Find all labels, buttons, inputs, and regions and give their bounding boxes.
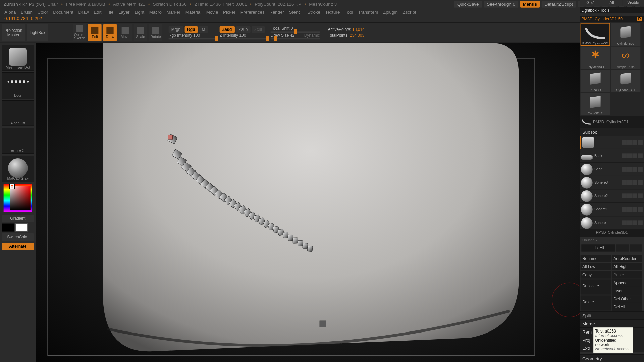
rename-button[interactable]: Rename <box>581 255 611 262</box>
quicksketch-button[interactable]: Quick Sketch <box>73 24 86 41</box>
subtool-row[interactable]: Sphere2 <box>580 189 644 203</box>
move-mode-button[interactable]: Move <box>118 24 132 41</box>
menu-color[interactable]: Color <box>38 10 48 15</box>
subtool-row[interactable]: Sphere <box>580 216 644 230</box>
rgb-intensity-label: Rgb Intensity 100 <box>169 33 200 37</box>
subtool-row[interactable]: Seat <box>580 163 644 176</box>
lightbox-breadcrumb[interactable]: Lightbox › Tools <box>580 7 644 13</box>
network-tooltip: Telstra0263 Internet access Unidentified… <box>593 327 633 353</box>
menu-render[interactable]: Render <box>269 10 284 15</box>
scale-mode-button[interactable]: Scale <box>134 24 147 41</box>
menu-file[interactable]: File <box>106 10 113 15</box>
material-slot[interactable]: MatCap Gray <box>2 156 34 181</box>
tool-item[interactable]: ✱PolyMesh3D <box>581 47 610 69</box>
tool-item[interactable]: Cylinder3D2 <box>611 23 640 46</box>
default-zscript[interactable]: DefaultZScript <box>541 1 576 7</box>
menu-picker[interactable]: Picker <box>223 10 235 15</box>
subtool-row[interactable]: Back <box>580 149 644 163</box>
tool-item[interactable]: PM3D_Cylinder3D <box>581 23 610 46</box>
lightbox-button[interactable]: LightBox <box>27 24 48 41</box>
menu-texture[interactable]: Texture <box>325 10 340 15</box>
menu-alpha[interactable]: Alpha <box>4 10 16 15</box>
menu-light[interactable]: Light <box>135 10 144 15</box>
focal-shift-slider[interactable] <box>271 31 320 33</box>
goz-button[interactable]: GoZ <box>580 0 601 6</box>
menu-document[interactable]: Document <box>53 10 73 15</box>
rotate-mode-button[interactable]: Rotate <box>149 24 162 41</box>
swatch-primary[interactable] <box>15 224 28 232</box>
gradient-button[interactable]: Gradient <box>2 215 34 222</box>
tool-item[interactable]: Cube3D_2 <box>581 93 610 115</box>
draw-mode-button[interactable]: Draw <box>103 24 117 41</box>
menu-stencil[interactable]: Stencil <box>289 10 303 15</box>
tool-name-header[interactable]: PM3D_Cylinder3D1.50R <box>580 16 644 22</box>
menu-preferences[interactable]: Preferences <box>240 10 265 15</box>
menu-layer[interactable]: Layer <box>118 10 129 15</box>
subtool-up-icon[interactable] <box>616 244 629 251</box>
alpha-slot[interactable]: Alpha Off <box>2 100 34 126</box>
menu-material[interactable]: Material <box>185 10 201 15</box>
tool-item[interactable]: Cube3D <box>581 70 610 92</box>
menu-movie[interactable]: Movie <box>206 10 218 15</box>
subtool-row[interactable] <box>580 136 644 149</box>
menus-toggle[interactable]: Menus <box>520 1 540 7</box>
projection-master-button[interactable]: Projection Master <box>2 24 25 41</box>
menu-brush[interactable]: Brush <box>21 10 33 15</box>
goz-all-button[interactable]: All <box>601 0 623 6</box>
viewport[interactable] <box>36 43 627 362</box>
subtool-row[interactable]: Sphere1 <box>580 203 644 216</box>
all-low-button[interactable]: All Low <box>581 263 611 270</box>
color-picker[interactable] <box>4 184 32 212</box>
del-all-button[interactable]: Del All <box>612 303 642 310</box>
delete-button[interactable]: Delete <box>581 295 611 310</box>
mrgb-toggle[interactable]: Mrgb <box>169 26 183 33</box>
rgb-toggle[interactable]: Rgb <box>184 26 198 33</box>
del-other-button[interactable]: Del Other <box>612 295 642 302</box>
tool-item[interactable]: ᔕSimpleBrush <box>611 47 640 69</box>
menu-zplugin[interactable]: Zplugin <box>383 10 398 15</box>
goz-visible-button[interactable]: Visible <box>623 0 644 6</box>
title-bar: ZBrush 4R7 P3 (x64) Chair •Free Mem 8.19… <box>0 0 644 8</box>
subtool-down-icon[interactable] <box>630 244 642 251</box>
swatch-secondary[interactable] <box>2 224 14 232</box>
insert-button[interactable]: Insert <box>612 287 642 294</box>
brush-slot[interactable]: MeshInsert Dot <box>2 45 34 70</box>
rgb-intensity-slider[interactable] <box>169 38 218 39</box>
draw-size-slider[interactable] <box>271 38 320 39</box>
quicksave-button[interactable]: QuickSave <box>454 1 482 7</box>
stroke-slot[interactable]: Dots <box>2 72 34 98</box>
tool-item[interactable]: Cylinder3D_1 <box>611 70 640 92</box>
merge-section[interactable]: Merge <box>580 319 644 327</box>
zcut-toggle[interactable]: Zcut <box>252 26 265 33</box>
paste-button[interactable]: Paste <box>612 271 642 278</box>
menu-stroke[interactable]: Stroke <box>307 10 320 15</box>
menu-edit[interactable]: Edit <box>94 10 101 15</box>
copy-button[interactable]: Copy <box>581 271 611 278</box>
texture-slot[interactable]: Texture Off <box>2 128 34 154</box>
seethrough[interactable]: See-through 0 <box>484 1 518 7</box>
subtool-row[interactable]: Sphere3 <box>580 176 644 189</box>
alternate-button[interactable]: Alternate <box>2 243 34 250</box>
list-all-button[interactable]: List All <box>581 244 615 251</box>
menu-zscript[interactable]: Zscript <box>403 10 416 15</box>
m-toggle[interactable]: M <box>199 26 208 33</box>
menu-transform[interactable]: Transform <box>358 10 378 15</box>
svg-rect-29 <box>307 246 313 251</box>
switchcolor-button[interactable]: SwitchColor <box>2 233 34 241</box>
zsub-toggle[interactable]: Zsub <box>236 26 250 33</box>
menu-macro[interactable]: Macro <box>149 10 162 15</box>
edit-mode-button[interactable]: Edit <box>88 24 102 41</box>
append-button[interactable]: Append <box>612 279 642 286</box>
duplicate-button[interactable]: Duplicate <box>581 279 611 294</box>
subtool-section-header[interactable]: SubTool <box>580 128 644 136</box>
geometry-section[interactable]: Geometry <box>580 354 644 362</box>
autoreorder-button[interactable]: AutoReorder <box>612 255 642 262</box>
all-high-button[interactable]: All High <box>612 263 642 270</box>
menu-draw[interactable]: Draw <box>78 10 89 15</box>
current-tool[interactable]: PM3D_Cylinder3D1 <box>580 116 644 128</box>
menu-tool[interactable]: Tool <box>345 10 353 15</box>
split-section[interactable]: Split <box>580 311 644 319</box>
z-intensity-slider[interactable] <box>220 38 269 39</box>
zadd-toggle[interactable]: Zadd <box>220 26 235 33</box>
menu-marker[interactable]: Marker <box>167 10 180 15</box>
